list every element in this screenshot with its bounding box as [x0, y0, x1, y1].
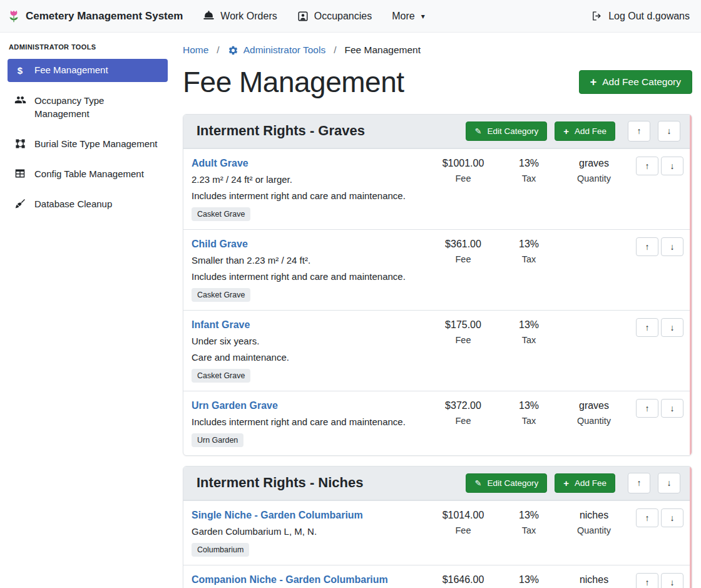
- category-move-up-button[interactable]: ↑: [628, 121, 650, 142]
- vector-square-icon: [14, 138, 26, 149]
- breadcrumb-separator: /: [334, 44, 336, 56]
- card-scrollbar[interactable]: [690, 115, 692, 455]
- fee-reorder-controls: ↑ ↓: [636, 318, 683, 337]
- fee-tax-column: 13% Tax: [501, 399, 557, 426]
- fee-tax-label: Tax: [501, 416, 557, 426]
- fee-name-link[interactable]: Infant Grave: [192, 319, 250, 331]
- add-fee-button[interactable]: + Add Fee: [555, 121, 615, 141]
- category-move-up-button[interactable]: ↑: [628, 473, 650, 493]
- breadcrumb-admin-label: Administrator Tools: [243, 44, 326, 56]
- fee-quantity-label: Quantity: [557, 416, 631, 426]
- edit-category-button[interactable]: ✎ Edit Category: [466, 473, 547, 493]
- category-title: Interment Rights - Niches: [197, 475, 363, 491]
- hard-hat-icon: [203, 10, 215, 22]
- page-header: Fee Management + Add Fee Category: [183, 66, 692, 99]
- brand[interactable]: Cemetery Management System: [8, 9, 183, 24]
- fee-name-link[interactable]: Adult Grave: [192, 158, 248, 169]
- fee-amount-column: $1001.00 Fee: [426, 157, 501, 183]
- fee-row: Adult Grave 2.23 m² / 24 ft² or larger. …: [183, 148, 692, 229]
- fee-tax-column: 13% Tax: [501, 318, 557, 345]
- fee-tax-label: Tax: [501, 254, 557, 264]
- fee-quantity-label: Quantity: [557, 525, 631, 535]
- sidebar-item-label: Burial Site Type Management: [34, 138, 158, 150]
- fee-reorder-controls: ↑ ↓: [636, 237, 683, 256]
- fee-main: Child Grave Smaller than 2.23 m² / 24 ft…: [192, 237, 426, 302]
- move-down-button[interactable]: ↓: [661, 508, 683, 527]
- add-fee-category-label: Add Fee Category: [602, 76, 681, 88]
- logout-icon: [591, 11, 603, 21]
- fee-row: Companion Niche - Garden Columbarium Gar…: [183, 565, 692, 588]
- fee-quantity-value: graves: [557, 158, 631, 169]
- move-up-button[interactable]: ↑: [636, 399, 658, 418]
- fee-reorder-controls: ↑ ↓: [636, 399, 683, 418]
- nav-work-orders[interactable]: Work Orders: [203, 10, 277, 22]
- add-fee-label: Add Fee: [575, 478, 606, 488]
- fee-description: Care and maintenance.: [192, 352, 426, 363]
- move-up-button[interactable]: ↑: [636, 508, 658, 527]
- move-up-button[interactable]: ↑: [636, 318, 658, 337]
- fee-reorder-controls: ↑ ↓: [636, 573, 683, 588]
- fee-quantity-column: graves Quantity: [557, 399, 631, 426]
- sidebar-item-burial-site-type-management[interactable]: Burial Site Type Management: [8, 133, 168, 155]
- nav-logout[interactable]: Log Out d.gowans: [591, 11, 690, 22]
- edit-category-label: Edit Category: [487, 478, 538, 488]
- fee-tax-value: 13%: [501, 510, 557, 521]
- fee-quantity-value: niches: [557, 510, 631, 521]
- fee-category-card-niches: Interment Rights - Niches ✎ Edit Categor…: [183, 466, 692, 588]
- edit-category-button[interactable]: ✎ Edit Category: [466, 121, 547, 141]
- sidebar-item-database-cleanup[interactable]: Database Cleanup: [8, 193, 168, 215]
- fee-row: Child Grave Smaller than 2.23 m² / 24 ft…: [183, 229, 692, 310]
- fee-tax-value: 13%: [501, 158, 557, 169]
- fee-row: Single Niche - Garden Columbarium Garden…: [183, 500, 692, 565]
- fee-main: Infant Grave Under six years. Care and m…: [192, 318, 426, 383]
- category-move-down-button[interactable]: ↓: [658, 121, 680, 142]
- nav-label: Work Orders: [220, 11, 277, 22]
- sidebar-item-label: Config Table Management: [34, 168, 144, 180]
- fee-description: Includes interment right and care and ma…: [192, 190, 426, 202]
- fee-amount-value: $1014.00: [426, 510, 501, 521]
- logout-label: Log Out d.gowans: [608, 11, 690, 22]
- fee-amount-value: $361.00: [426, 239, 501, 250]
- move-up-button[interactable]: ↑: [636, 573, 658, 588]
- fee-name-link[interactable]: Urn Garden Grave: [192, 400, 278, 411]
- fee-tax-value: 13%: [501, 239, 557, 250]
- fee-amount-value: $372.00: [426, 400, 501, 411]
- fee-name-link[interactable]: Companion Niche - Garden Columbarium: [192, 574, 388, 585]
- move-down-button[interactable]: ↓: [661, 157, 683, 175]
- sidebar-item-config-table-management[interactable]: Config Table Management: [8, 163, 168, 185]
- nav-label: More: [392, 11, 414, 22]
- move-up-button[interactable]: ↑: [636, 237, 658, 256]
- sidebar-item-label: Occupancy Type Management: [34, 95, 161, 120]
- nav-occupancies[interactable]: Occupancies: [297, 11, 372, 22]
- fee-amount-column: $175.00 Fee: [426, 318, 501, 345]
- move-down-button[interactable]: ↓: [661, 237, 683, 256]
- card-scrollbar[interactable]: [690, 467, 692, 588]
- breadcrumb-home[interactable]: Home: [183, 44, 208, 56]
- fee-name-link[interactable]: Single Niche - Garden Columbarium: [192, 510, 363, 521]
- fee-name-link[interactable]: Child Grave: [192, 239, 248, 250]
- plus-icon: +: [563, 478, 569, 488]
- sidebar-heading: ADMINISTRATOR TOOLS: [9, 43, 166, 51]
- move-down-button[interactable]: ↓: [661, 573, 683, 588]
- plus-icon: +: [590, 76, 597, 88]
- move-down-button[interactable]: ↓: [661, 399, 683, 418]
- tulip-logo-icon: [8, 9, 20, 24]
- nav-more[interactable]: More ▾: [392, 11, 424, 22]
- fee-tax-column: 13% Tax: [501, 157, 557, 183]
- fee-tax-value: 13%: [501, 400, 557, 411]
- fee-tax-label: Tax: [501, 525, 557, 535]
- move-up-button[interactable]: ↑: [636, 157, 658, 175]
- sidebar-item-fee-management[interactable]: $ Fee Management: [8, 59, 168, 82]
- move-down-button[interactable]: ↓: [661, 318, 683, 337]
- people-icon: [14, 95, 26, 105]
- fee-tax-label: Tax: [501, 173, 557, 183]
- breadcrumb-separator: /: [217, 44, 219, 56]
- category-move-down-button[interactable]: ↓: [658, 473, 680, 493]
- breadcrumb-admin-tools[interactable]: Administrator Tools: [228, 44, 326, 56]
- fee-amount-label: Fee: [426, 254, 501, 264]
- add-fee-category-button[interactable]: + Add Fee Category: [579, 70, 692, 94]
- gear-icon: [228, 45, 238, 56]
- sidebar-item-occupancy-type-management[interactable]: Occupancy Type Management: [8, 90, 168, 125]
- fee-amount-column: $372.00 Fee: [426, 399, 501, 426]
- add-fee-button[interactable]: + Add Fee: [555, 473, 615, 493]
